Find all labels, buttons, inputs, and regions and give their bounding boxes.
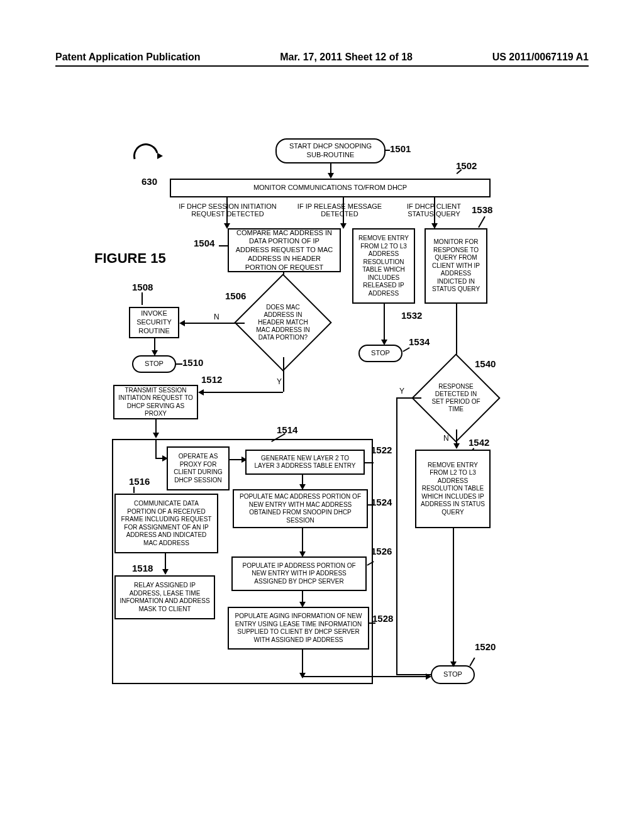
decision2-y: Y	[399, 387, 404, 396]
label-1524: 1524	[371, 497, 392, 507]
popmac-block: POPULATE MAC ADDRESS PORTION OF NEW ENTR…	[233, 489, 368, 528]
figure-title: FIGURE 15	[94, 250, 166, 267]
relay-block: RELAY ASSIGNED IP ADDRESS, LEASE TIME IN…	[114, 575, 215, 619]
decision-1540: RESPONSE DETECTED IN SET PERIOD OF TIME	[425, 367, 487, 429]
header-right: US 2011/0067119 A1	[492, 52, 589, 63]
label-1526: 1526	[371, 546, 392, 556]
label-1522: 1522	[371, 445, 392, 455]
popage-block: POPULATE AGING INFORMATION OF NEW ENTRY …	[228, 607, 369, 650]
label-1514: 1514	[277, 424, 297, 435]
label-1540: 1540	[475, 358, 496, 369]
label-1528: 1528	[372, 613, 393, 624]
decision-y: Y	[277, 377, 282, 386]
remove2-block: REMOVE ENTRY FROM L2 TO L3 ADDRESS RESOL…	[415, 450, 491, 528]
label-1512: 1512	[201, 374, 222, 385]
page-header: Patent Application Publication Mar. 17, …	[55, 52, 589, 67]
label-1532: 1532	[401, 310, 422, 321]
label-1510: 1510	[182, 357, 203, 368]
decision-1506: DOES MAC ADDRESS IN HEADER MATCH MAC ADD…	[248, 288, 318, 357]
stop3-node: STOP	[431, 665, 475, 684]
arrowhead-icon	[157, 153, 163, 159]
decision-n: N	[214, 313, 219, 321]
flowchart-diagram: 630 START DHCP SNOOPING SUB-ROUTINE 1501…	[94, 126, 579, 717]
label-1504: 1504	[194, 238, 214, 248]
generate-block: GENERATE NEW LAYER 2 TO LAYER 3 ADDRESS …	[245, 450, 365, 475]
start-node: START DHCP SNOOPING SUB-ROUTINE	[275, 138, 386, 163]
popip-block: POPULATE IP ADDRESS PORTION OF NEW ENTRY…	[231, 556, 367, 591]
monitor-block: MONITOR COMMUNICATIONS TO/FROM DHCP	[170, 179, 491, 197]
branch1-label: IF DHCP SESSION INITIATION REQUEST DETEC…	[171, 202, 284, 218]
monitor2-block: MONITOR FOR RESPONSE TO QUERY FROM CLIEN…	[425, 228, 487, 304]
label-1520: 1520	[475, 641, 496, 652]
label-1538: 1538	[472, 204, 492, 215]
header-left: Patent Application Publication	[55, 52, 201, 63]
label-1506: 1506	[225, 290, 246, 301]
transmit-block: TRANSMIT SESSION INITIATION REQUEST TO D…	[113, 385, 198, 419]
compare-block: COMPARE MAC ADDRESS IN DATA PORTION OF I…	[228, 228, 341, 272]
label-1518: 1518	[132, 563, 153, 573]
header-center: Mar. 17, 2011 Sheet 12 of 18	[280, 52, 413, 63]
stop1-node: STOP	[132, 355, 176, 373]
label-1502: 1502	[456, 160, 477, 171]
label-630: 630	[142, 176, 157, 187]
invoke-block: INVOKE SECURITY ROUTINE	[129, 307, 179, 338]
label-1501: 1501	[390, 143, 411, 154]
proxy-block: OPERATE AS PROXY FOR CLIENT DURING DHCP …	[167, 446, 230, 490]
label-1508: 1508	[132, 282, 153, 292]
comm-block: COMMUNICATE DATA PORTION OF A RECEIVED F…	[114, 494, 218, 553]
label-1542: 1542	[469, 437, 489, 448]
decision2-n: N	[443, 434, 449, 443]
branch2-label: IF IP RELEASE MESSAGE DETECTED	[296, 202, 384, 218]
remove1-block: REMOVE ENTRY FROM L2 TO L3 ADDRESS RESOL…	[352, 228, 415, 304]
label-1534: 1534	[409, 336, 430, 347]
stop2-node: STOP	[358, 345, 402, 362]
label-1516: 1516	[129, 476, 150, 487]
